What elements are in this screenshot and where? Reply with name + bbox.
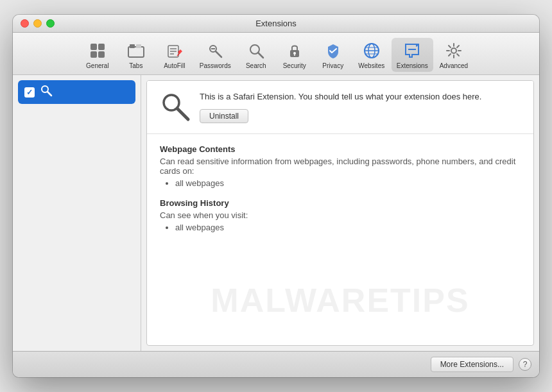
svg-line-27 [47, 92, 51, 96]
security-label: Security [283, 62, 306, 69]
browsing-history-list: all webpages [160, 223, 521, 232]
autofill-label: AutoFill [164, 62, 185, 69]
minimize-button[interactable] [33, 19, 42, 28]
extension-description: This is a Safari Extension. You should t… [200, 91, 521, 103]
close-button[interactable] [21, 19, 29, 28]
extension-large-icon [160, 91, 191, 122]
extensions-label: Extensions [397, 62, 428, 69]
general-icon [87, 40, 108, 61]
svg-line-29 [177, 108, 188, 119]
privacy-label: Privacy [322, 62, 343, 69]
toolbar-item-advanced[interactable]: Advanced [435, 38, 473, 72]
watermark-text: MALWARETIPS [211, 281, 469, 320]
toolbar: General Tabs [13, 33, 539, 75]
extension-header: This is a Safari Extension. You should t… [147, 81, 533, 134]
checkmark-icon: ✓ [26, 88, 33, 97]
toolbar-item-search[interactable]: Search [237, 38, 275, 72]
advanced-label: Advanced [440, 62, 468, 69]
svg-rect-4 [128, 47, 144, 57]
svg-rect-1 [98, 44, 105, 50]
svg-rect-0 [91, 44, 97, 50]
title-bar: Extensions [13, 15, 539, 33]
toolbar-item-passwords[interactable]: Passwords [194, 38, 236, 72]
toolbar-item-autofill[interactable]: AutoFill [156, 38, 193, 72]
webpage-contents-title: Webpage Contents [160, 144, 521, 154]
extension-details: Webpage Contents Can read sensitive info… [147, 134, 533, 253]
websites-label: Websites [358, 62, 384, 69]
window-title: Extensions [255, 19, 297, 28]
sidebar-extension-icon [40, 84, 53, 100]
main-content: ✓ MALWARETIPS [13, 75, 539, 351]
svg-rect-5 [130, 44, 135, 48]
svg-rect-6 [136, 44, 141, 48]
sidebar-item-search-ext[interactable]: ✓ [18, 80, 135, 104]
bottom-bar: More Extensions... ? [13, 351, 539, 377]
privacy-icon [323, 40, 343, 61]
maximize-button[interactable] [46, 19, 55, 28]
general-label: General [86, 62, 109, 69]
svg-rect-3 [98, 51, 105, 58]
tabs-icon [126, 40, 146, 61]
search-label: Search [246, 62, 266, 69]
toolbar-item-general[interactable]: General [79, 38, 116, 72]
toolbar-item-security[interactable]: Security [276, 38, 313, 72]
autofill-icon [164, 40, 185, 61]
search-toolbar-icon [246, 40, 266, 61]
webpage-contents-section: Webpage Contents Can read sensitive info… [160, 144, 521, 188]
websites-icon [361, 40, 382, 61]
browsing-history-title: Browsing History [160, 198, 521, 208]
svg-line-15 [258, 53, 263, 58]
extension-checkbox[interactable]: ✓ [24, 87, 35, 98]
svg-rect-2 [91, 51, 97, 58]
security-icon [284, 40, 305, 61]
extensions-icon [402, 40, 422, 61]
toolbar-item-websites[interactable]: Websites [353, 38, 390, 72]
toolbar-item-extensions[interactable]: Extensions [392, 38, 433, 72]
watermark: MALWARETIPS [147, 281, 533, 320]
passwords-label: Passwords [200, 62, 231, 69]
webpage-contents-item-0: all webpages [175, 178, 521, 188]
svg-point-25 [451, 48, 456, 53]
uninstall-button[interactable]: Uninstall [200, 109, 248, 123]
browsing-history-section: Browsing History Can see when you visit:… [160, 198, 521, 232]
browsing-history-item-0: all webpages [175, 223, 521, 232]
browsing-history-desc: Can see when you visit: [160, 210, 521, 220]
passwords-icon [205, 40, 225, 61]
window-controls [21, 19, 55, 28]
toolbar-item-tabs[interactable]: Tabs [117, 38, 155, 72]
main-window: Extensions General [13, 15, 539, 377]
detail-panel: MALWARETIPS This is a Safari Extension. … [146, 80, 534, 346]
more-extensions-button[interactable]: More Extensions... [431, 357, 513, 372]
tabs-label: Tabs [129, 62, 142, 69]
svg-point-17 [293, 52, 296, 55]
sidebar: ✓ [13, 75, 141, 351]
help-button[interactable]: ? [519, 358, 531, 371]
extension-info: This is a Safari Extension. You should t… [200, 91, 521, 123]
toolbar-item-privacy[interactable]: Privacy [315, 38, 352, 72]
webpage-contents-list: all webpages [160, 178, 521, 188]
webpage-contents-desc: Can read sensitive information from webp… [160, 157, 521, 176]
advanced-icon [444, 40, 464, 61]
